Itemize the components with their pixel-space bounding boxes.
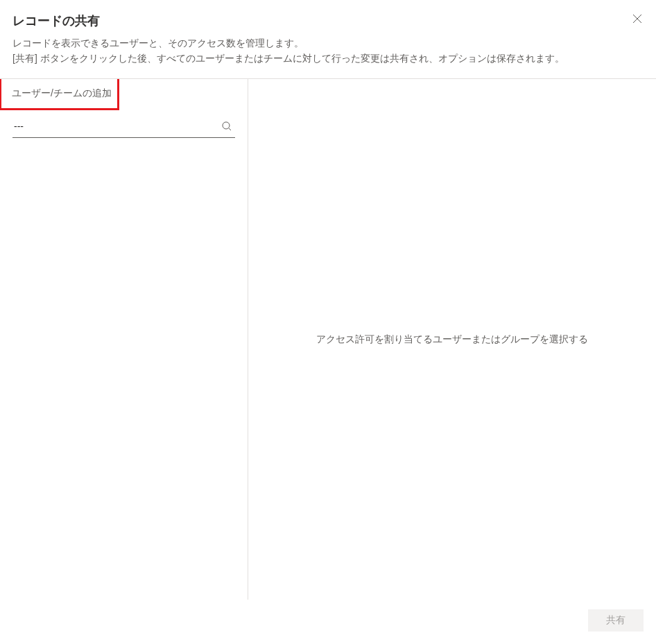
search-icon <box>221 121 232 132</box>
description-line-2: [共有] ボタンをクリックした後、すべてのユーザーまたはチームに対して行った変更… <box>12 51 644 67</box>
add-user-team-section: ユーザー/チームの追加 <box>0 79 248 110</box>
search-button[interactable] <box>218 118 235 134</box>
description-line-1: レコードを表示できるユーザーと、そのアクセス数を管理します。 <box>12 36 644 51</box>
close-icon <box>632 14 642 24</box>
user-team-search-input[interactable] <box>12 116 218 136</box>
svg-point-2 <box>223 122 230 129</box>
left-pane: ユーザー/チームの追加 <box>0 79 248 600</box>
add-user-team-label: ユーザー/チームの追加 <box>0 79 119 110</box>
share-button[interactable]: 共有 <box>588 609 644 632</box>
dialog-description: レコードを表示できるユーザーと、そのアクセス数を管理します。 [共有] ボタンを… <box>0 36 656 78</box>
dialog-footer: 共有 <box>0 600 656 644</box>
dialog-title: レコードの共有 <box>12 12 100 29</box>
svg-line-3 <box>229 128 231 130</box>
close-button[interactable] <box>631 12 644 25</box>
right-pane: アクセス許可を割り当てるユーザーまたはグループを選択する <box>248 79 656 600</box>
share-record-dialog: レコードの共有 レコードを表示できるユーザーと、そのアクセス数を管理します。 [… <box>0 0 656 644</box>
permissions-placeholder: アクセス許可を割り当てるユーザーまたはグループを選択する <box>316 333 588 346</box>
dialog-header: レコードの共有 <box>0 12 656 36</box>
search-row <box>12 114 235 138</box>
dialog-body: ユーザー/チームの追加 アクセス許可を割り当てるユーザーまたはグループを選択する <box>0 78 656 600</box>
